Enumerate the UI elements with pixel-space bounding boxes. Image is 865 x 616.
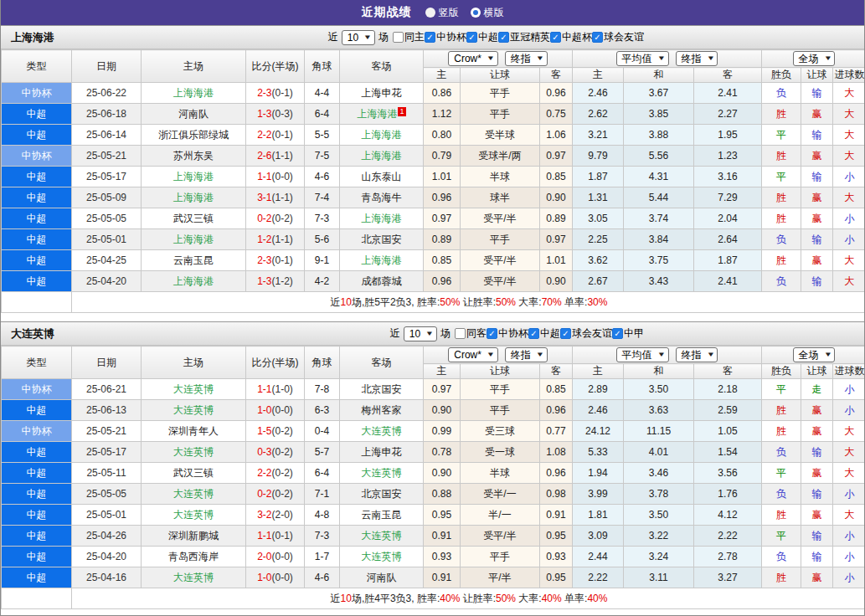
avg-select[interactable]: 平均值▼ (616, 347, 669, 362)
away-team-cell: 大连英博 (340, 526, 424, 547)
league-filter-checkbox-label: 球会友谊 (572, 326, 612, 341)
checkbox-checked-icon[interactable]: ✓ (592, 32, 603, 43)
result-goals-cell: 小 (833, 229, 865, 250)
crow-select[interactable]: Crow*▼ (448, 51, 498, 66)
checkbox-checked-icon[interactable]: ✓ (550, 32, 561, 43)
league-filter-checkbox[interactable]: ✓中超杯 (550, 30, 592, 44)
result-handicap-cell: 赢 (801, 250, 833, 271)
avg-sub-header: 和 (624, 68, 694, 83)
layout-radio-1[interactable]: 横版 (471, 6, 504, 20)
avg-draw-cell: 4.31 (624, 167, 694, 187)
away-team-name: 大连英博 (362, 551, 402, 562)
layout-radio-0[interactable]: 竖版 (425, 6, 459, 20)
league-cell: 中超 (2, 187, 72, 208)
checkbox-checked-icon[interactable]: ✓ (498, 32, 509, 43)
odds-handicap-cell: 受半/一 (461, 484, 540, 505)
match-count-select[interactable]: 10▼ (404, 326, 437, 341)
crow-select[interactable]: Crow*▼ (448, 347, 498, 362)
checkbox-checked-icon[interactable]: ✓ (528, 328, 539, 339)
avg-away-cell: 2.41 (694, 83, 762, 104)
checkbox-checked-icon[interactable]: ✓ (466, 32, 477, 43)
checkbox-checked-icon[interactable]: ✓ (560, 328, 571, 339)
avg-draw-cell: 5.56 (624, 146, 694, 167)
league-filter-checkbox[interactable]: ✓亚冠精英 (498, 30, 550, 44)
halftime-score: (0-0) (272, 551, 293, 562)
crow-final-select[interactable]: 终指▼ (505, 347, 548, 362)
home-team-cell: 大连英博 (142, 442, 246, 463)
checkbox-checked-icon[interactable]: ✓ (487, 328, 497, 339)
result-goals-cell: 小 (833, 526, 865, 547)
fullmatch-select[interactable]: 全场▼ (793, 51, 836, 66)
avg-home-cell: 9.79 (573, 146, 624, 167)
halftime-score: (0-2) (272, 425, 293, 437)
league-filter-checkbox[interactable]: ✓球会友谊 (560, 326, 612, 341)
score-cell: 1-5(0-2) (246, 421, 305, 442)
score-cell: 1-1(0-0) (246, 167, 305, 187)
avg-away-cell: 2.59 (694, 400, 762, 421)
league-filter-checkbox[interactable]: ✓中协杯 (487, 326, 528, 341)
league-filter-checkbox[interactable]: ✓球会友谊 (592, 30, 644, 44)
layout-radio-label: 竖版 (439, 6, 459, 20)
radio-selected-icon[interactable] (471, 8, 481, 18)
odds-home-cell: 0.90 (424, 463, 461, 484)
league-filter-checkbox[interactable]: ✓中甲 (612, 326, 644, 341)
section-gap (1, 313, 864, 321)
avg-select-value: 平均值 (622, 349, 652, 361)
result-sub-header: 进球数 (833, 68, 865, 83)
odds-away-cell: 0.91 (540, 505, 573, 526)
league-filter-checkbox-label: 中超杯 (562, 30, 592, 44)
home-team-cell: 武汉三镇 (142, 208, 246, 229)
avg-draw-cell: 3.67 (624, 83, 694, 104)
avg-select[interactable]: 平均值▼ (616, 51, 669, 66)
league-filter-checkbox[interactable]: ✓中超 (466, 30, 498, 44)
filter-near-label: 近 (328, 30, 338, 44)
odds-home-cell: 0.86 (424, 83, 461, 104)
odds-home-cell: 1.01 (424, 167, 461, 187)
result-handicap-cell: 赢 (801, 208, 833, 229)
away-team-cell: 上海申花 (340, 83, 424, 104)
crow-final-select[interactable]: 终指▼ (505, 51, 548, 66)
league-filter-checkbox[interactable]: ✓中协杯 (425, 30, 466, 44)
same-venue-filter-checkbox[interactable]: 同客 (455, 326, 487, 341)
date-cell: 25-05-21 (72, 146, 142, 167)
same-venue-filter-checkbox[interactable]: 同主 (393, 30, 425, 44)
match-count-select[interactable]: 10▼ (342, 30, 375, 45)
halftime-score: (0-1) (272, 254, 293, 266)
match-row: 中超25-06-14浙江俱乐部绿城2-2(0-1)5-5上海海港0.80受半球1… (2, 125, 865, 146)
home-team-cell: 青岛西海岸 (142, 547, 246, 567)
result-goals-cell: 小 (833, 167, 865, 187)
home-team-cell: 大连英博 (142, 484, 246, 505)
checkbox-checked-icon[interactable]: ✓ (425, 32, 435, 43)
checkbox-checked-icon[interactable]: ✓ (612, 328, 623, 339)
fullmatch-select[interactable]: 全场▼ (793, 347, 836, 362)
avg-home-cell: 1.94 (573, 463, 624, 484)
match-row: 中超25-05-05武汉三镇0-2(0-2)7-3上海海港0.97受平/半0.8… (2, 208, 865, 229)
summary-label: 大率: (516, 593, 542, 604)
checkbox-unchecked-icon[interactable] (455, 328, 466, 339)
result-outcome-cell: 负 (762, 442, 801, 463)
page-title: 近期战绩 (362, 5, 412, 20)
match-row: 中超25-04-25云南玉昆2-3(0-1)9-1上海海港0.85受平/半1.0… (2, 250, 865, 271)
odds-home-cell: 0.79 (424, 146, 461, 167)
avg-away-cell: 3.16 (694, 167, 762, 187)
avg-away-cell: 3.56 (694, 463, 762, 484)
league-filter-checkbox[interactable]: ✓中超 (528, 326, 560, 341)
fulltime-score: 1-5 (257, 425, 271, 437)
avg-away-cell: 1.23 (694, 146, 762, 167)
checkbox-unchecked-icon[interactable] (393, 32, 404, 43)
league-filter-checkbox-label: 中甲 (624, 326, 644, 341)
avg-final-select[interactable]: 终指▼ (676, 51, 718, 66)
summary-label: 大率: (516, 296, 542, 308)
avg-draw-cell: 3.22 (624, 526, 694, 547)
odds-sub-header: 主 (424, 364, 461, 379)
odds-group-header: Crow*▼终指▼ (424, 346, 573, 364)
odds-home-cell: 0.80 (424, 125, 461, 146)
fulltime-score: 2-3 (257, 254, 271, 266)
radio-unselected-icon[interactable] (425, 8, 435, 18)
avg-home-cell: 3.05 (573, 208, 624, 229)
match-row: 中超25-05-01上海海港1-2(1-1)5-6北京国安0.89平手0.972… (2, 229, 865, 250)
summary-spacer-cell (2, 292, 72, 313)
away-team-cell: 上海海港1 (340, 104, 424, 125)
result-outcome-cell: 胜 (762, 104, 801, 125)
avg-final-select[interactable]: 终指▼ (676, 347, 718, 362)
